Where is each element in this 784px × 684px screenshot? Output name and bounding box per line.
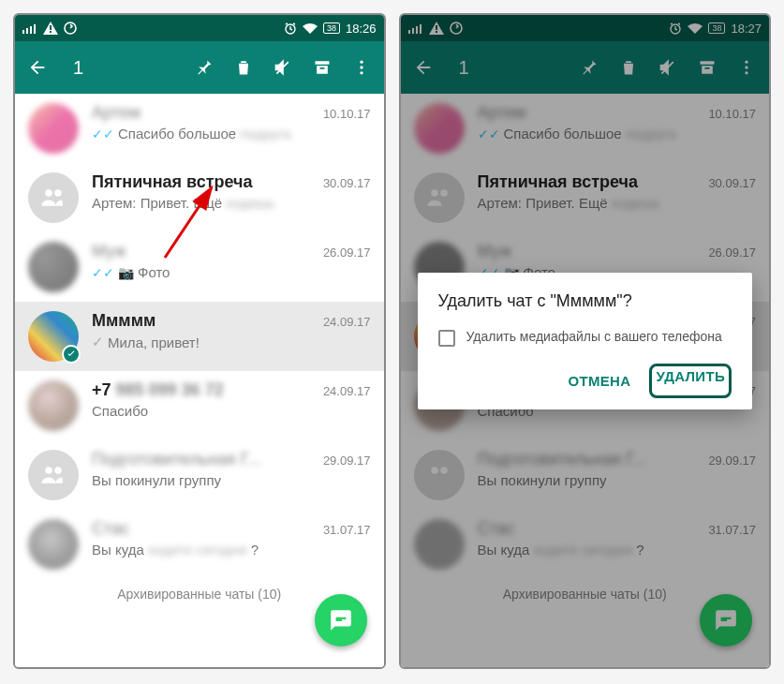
svg-rect-3	[34, 24, 36, 34]
chat-preview: Спасибо	[92, 403, 148, 419]
chat-name: Пятничная встреча	[92, 172, 253, 192]
svg-rect-5	[50, 31, 52, 33]
status-bar: 38 18:26	[15, 15, 384, 41]
chat-name: Подготовительная Г...	[92, 450, 261, 469]
battery-icon: 38	[323, 22, 340, 34]
svg-point-8	[360, 61, 362, 64]
overflow-icon[interactable]	[350, 56, 373, 79]
warning-icon	[43, 22, 58, 35]
chat-name: Муж	[92, 242, 126, 261]
avatar	[28, 242, 79, 292]
avatar	[28, 172, 79, 223]
chat-name: Ммммм	[92, 311, 155, 331]
chat-preview: Вы куда	[92, 542, 144, 558]
signal-icon	[22, 22, 37, 34]
chat-preview: Артем: Привет. Ещё	[92, 195, 222, 211]
svg-point-9	[360, 66, 362, 68]
chat-name: +7 985 099 36 72	[92, 380, 224, 400]
read-ticks-icon: ✓✓	[92, 265, 114, 280]
svg-point-10	[360, 71, 362, 74]
clock: 18:26	[346, 22, 377, 36]
chat-preview: Фото	[138, 264, 170, 280]
sent-tick-icon: ✓	[92, 334, 104, 350]
cancel-button[interactable]: ОТМЕНА	[557, 364, 643, 398]
chat-row[interactable]: Подготовительная Г...29.09.17 Вы покинул…	[15, 440, 384, 510]
archive-icon[interactable]	[311, 56, 333, 79]
chat-date: 30.09.17	[323, 176, 371, 190]
chat-date: 31.07.17	[323, 523, 371, 537]
chat-row-selected[interactable]: Ммммм24.09.17 ✓Мила, привет!	[15, 302, 384, 371]
chat-date: 29.09.17	[323, 454, 371, 468]
confirm-delete-button[interactable]: УДАЛИТЬ	[649, 364, 732, 398]
selection-appbar: 1	[15, 41, 384, 94]
phone-left: 38 18:26 1 Артем10.10.17	[13, 13, 386, 669]
new-chat-fab[interactable]	[315, 594, 367, 647]
svg-rect-0	[22, 30, 24, 34]
avatar	[28, 450, 79, 500]
avatar	[28, 311, 79, 362]
dialog-title: Удалить чат с "Ммммм"?	[438, 291, 732, 311]
chat-row[interactable]: Артем10.10.17 ✓✓Спасибо большоеподруга	[15, 94, 384, 163]
chat-date: 10.10.17	[323, 107, 371, 121]
selection-count: 1	[73, 57, 83, 79]
chat-preview: Спасибо большое	[118, 126, 236, 141]
chat-row[interactable]: Пятничная встреча30.09.17 Артем: Привет.…	[15, 163, 384, 232]
chat-row[interactable]: Стас31.07.17 Вы кудаходите сегодня?	[15, 510, 384, 579]
read-ticks-icon: ✓✓	[92, 126, 114, 141]
mute-icon[interactable]	[272, 56, 294, 79]
pin-icon[interactable]	[193, 56, 215, 79]
svg-rect-4	[50, 25, 52, 30]
delete-media-checkbox[interactable]	[438, 330, 455, 347]
chat-date: 24.09.17	[323, 384, 371, 398]
chat-date: 26.09.17	[323, 245, 371, 260]
avatar	[28, 519, 79, 570]
chat-preview: Мила, привет!	[108, 335, 200, 350]
sync-icon	[64, 22, 77, 35]
svg-rect-1	[26, 28, 28, 34]
delete-media-label: Удалить медиафайлы с вашего телефона	[466, 328, 722, 346]
back-icon[interactable]	[26, 56, 49, 79]
camera-icon: 📷	[118, 265, 134, 280]
avatar	[28, 380, 79, 431]
avatar	[28, 103, 79, 154]
chat-name: Стас	[92, 519, 129, 539]
chat-name: Артем	[92, 103, 141, 123]
delete-icon[interactable]	[232, 56, 255, 79]
svg-rect-2	[30, 26, 32, 34]
phone-right: 38 18:27 1 Артем10.10.17 ✓✓Спасибо больш…	[399, 13, 772, 669]
alarm-icon	[284, 22, 297, 35]
chat-row[interactable]: +7 985 099 36 7224.09.17 Спасибо	[15, 371, 384, 440]
chat-preview: Вы покинули группу	[92, 472, 221, 488]
wifi-icon	[303, 22, 318, 34]
chat-date: 24.09.17	[323, 315, 371, 329]
delete-chat-dialog: Удалить чат с "Ммммм"? Удалить медиафайл…	[418, 273, 753, 409]
chat-list[interactable]: Артем10.10.17 ✓✓Спасибо большоеподруга П…	[15, 94, 384, 667]
selected-badge-icon	[62, 345, 81, 364]
chat-row[interactable]: Муж26.09.17 ✓✓📷Фото	[15, 232, 384, 302]
